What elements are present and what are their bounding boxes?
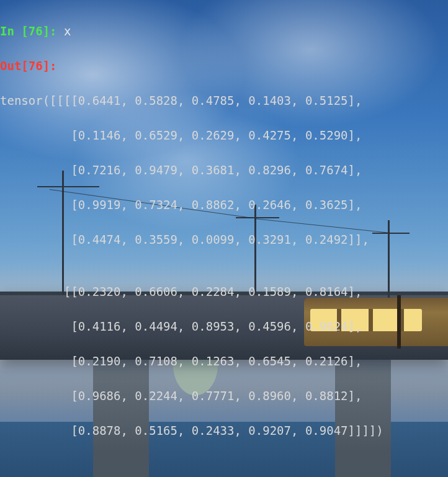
input-code[interactable]: x — [64, 24, 71, 38]
out-prompt-bracket: ]: — [43, 59, 57, 73]
in-prompt-number: 76 — [29, 24, 43, 38]
tensor-output-line: [0.9686, 0.2244, 0.7771, 0.8960, 0.8812]… — [0, 387, 448, 404]
output-prompt-line: Out[76]: — [0, 57, 448, 74]
out-prompt-number: 76 — [29, 59, 43, 73]
blank-line — [0, 457, 448, 474]
tensor-output-line: [0.9919, 0.7324, 0.8862, 0.2646, 0.3625]… — [0, 196, 448, 213]
in-prompt-label: In — [0, 24, 21, 38]
in-prompt-bracket: [ — [21, 24, 28, 38]
ipython-terminal[interactable]: In [76]: x Out[76]: tensor([[[[0.6441, 0… — [0, 0, 448, 477]
tensor-output-line: [0.7216, 0.9479, 0.3681, 0.8296, 0.7674]… — [0, 161, 448, 179]
tensor-output-line: [0.2190, 0.7108, 0.1263, 0.6545, 0.2126]… — [0, 352, 448, 370]
tensor-output-line: [0.4116, 0.4494, 0.8953, 0.4596, 0.9624]… — [0, 318, 448, 335]
tensor-output-line: [0.4474, 0.3559, 0.0099, 0.3291, 0.2492]… — [0, 231, 448, 248]
tensor-output-line: [[0.2320, 0.6606, 0.2284, 0.1589, 0.8164… — [0, 283, 448, 300]
tensor-output-line: tensor([[[[0.6441, 0.5828, 0.4785, 0.140… — [0, 92, 448, 109]
tensor-output-line: [0.1146, 0.6529, 0.2629, 0.4275, 0.5290]… — [0, 127, 448, 144]
input-prompt-line[interactable]: In [76]: x — [0, 22, 448, 40]
out-prompt-bracket: [ — [21, 59, 28, 73]
out-prompt-label: Out — [0, 59, 21, 73]
in-prompt-bracket: ]: — [43, 24, 64, 38]
tensor-output-line: [0.8878, 0.5165, 0.2433, 0.9207, 0.9047]… — [0, 422, 448, 439]
